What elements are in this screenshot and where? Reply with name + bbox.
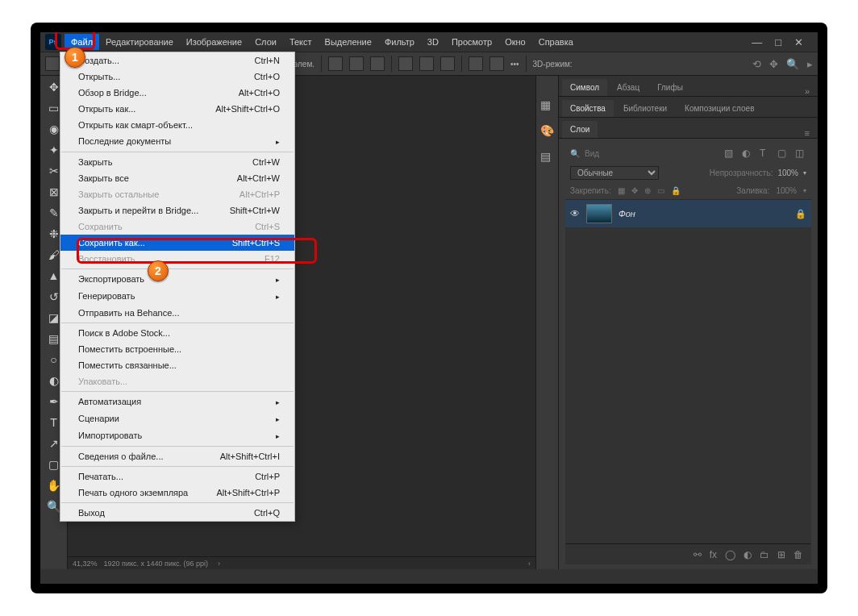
3d-orbit-icon[interactable]: ⟲ xyxy=(752,58,761,70)
tab-Абзац[interactable]: Абзац xyxy=(609,79,648,96)
minimize-icon[interactable]: — xyxy=(752,36,762,48)
search-icon[interactable]: 🔍 xyxy=(570,149,580,158)
maximize-icon[interactable]: □ xyxy=(775,36,781,48)
menu-фильтр[interactable]: Фильтр xyxy=(378,34,421,50)
menu-item-автоматизация[interactable]: Автоматизация xyxy=(60,393,294,410)
close-icon[interactable]: ✕ xyxy=(794,36,803,48)
layer-row[interactable]: 👁 Фон 🔒 xyxy=(565,200,811,227)
menu-item-открыть-как-смарт-объект---[interactable]: Открыть как смарт-объект... xyxy=(60,117,294,133)
menu-item-поместить-встроенные---[interactable]: Поместить встроенные... xyxy=(60,341,294,357)
shortcut-label: Ctrl+Q xyxy=(254,507,280,518)
tab-Свойства[interactable]: Свойства xyxy=(562,100,614,117)
adjustment-icon[interactable]: ◐ xyxy=(743,549,752,560)
visibility-icon[interactable]: 👁 xyxy=(570,208,580,219)
align-icon[interactable] xyxy=(328,56,343,71)
color-icon[interactable]: 🎨 xyxy=(540,124,555,139)
opacity-value[interactable]: 100% xyxy=(777,169,798,177)
shortcut-label: Ctrl+W xyxy=(252,156,280,168)
align-icon[interactable] xyxy=(370,56,385,71)
lock-nested-icon[interactable]: ⊕ xyxy=(644,186,651,195)
mask-icon[interactable]: ◯ xyxy=(725,549,735,560)
chevron-left-icon[interactable]: ‹ xyxy=(528,560,531,568)
menu-item-печать-одного-экземпляра[interactable]: Печать одного экземпляраAlt+Shift+Ctrl+P xyxy=(60,485,294,501)
more-icon[interactable]: ••• xyxy=(510,60,519,69)
tab-Слои[interactable]: Слои xyxy=(562,121,598,138)
menu-item-последние-документы[interactable]: Последние документы xyxy=(60,133,294,150)
filter-smart-icon[interactable]: ◫ xyxy=(795,148,806,159)
filter-type-icon[interactable]: T xyxy=(760,148,771,159)
blend-mode-select[interactable]: Обычные xyxy=(570,166,659,180)
menu-выделение[interactable]: Выделение xyxy=(319,34,378,50)
fx-icon[interactable]: fx xyxy=(710,549,717,560)
panel-menu-icon[interactable]: ≡ xyxy=(805,128,814,138)
menu-редактирование[interactable]: Редактирование xyxy=(99,34,180,50)
swatches-icon[interactable]: ▤ xyxy=(540,150,555,164)
tab-Символ[interactable]: Символ xyxy=(562,79,607,96)
menu-item-экспортировать[interactable]: Экспортировать xyxy=(60,271,294,288)
menu-item-открыть-как---[interactable]: Открыть как...Alt+Shift+Ctrl+O xyxy=(60,101,294,117)
menu-item-обзор-в-bridge---[interactable]: Обзор в Bridge...Alt+Ctrl+O xyxy=(60,85,294,101)
3d-zoom-icon[interactable]: 🔍 xyxy=(786,58,799,70)
chevron-down-icon[interactable]: ▾ xyxy=(803,169,806,177)
layer-name[interactable]: Фон xyxy=(619,209,789,219)
menu-item-поиск-в-adobe-stock---[interactable]: Поиск в Adobe Stock... xyxy=(60,325,294,341)
panel-menu-icon[interactable]: » xyxy=(805,86,814,96)
layers-footer: ⚯ fx ◯ ◐ 🗀 ⊞ 🗑 xyxy=(565,543,811,564)
menu-item-упаковать---: Упаковать... xyxy=(60,373,294,389)
menu-item-генерировать[interactable]: Генерировать xyxy=(60,288,294,305)
lock-all-icon[interactable]: 🔒 xyxy=(671,186,681,195)
lock-pixels-icon[interactable]: ▦ xyxy=(618,186,625,195)
align-icon[interactable] xyxy=(349,56,364,71)
filter-image-icon[interactable]: ▧ xyxy=(724,148,735,159)
menu-item-закрыть-все[interactable]: Закрыть всеAlt+Ctrl+W xyxy=(60,170,294,186)
align-icon[interactable] xyxy=(398,56,413,71)
menu-item-выход[interactable]: ВыходCtrl+Q xyxy=(60,505,294,521)
filter-adjust-icon[interactable]: ◐ xyxy=(742,148,753,159)
layer-filter-input[interactable] xyxy=(585,149,633,158)
tab-Глифы[interactable]: Глифы xyxy=(649,79,691,96)
link-icon[interactable]: ⚯ xyxy=(693,549,702,560)
lock-artboard-icon[interactable]: ▭ xyxy=(657,186,664,195)
menu-окно[interactable]: Окно xyxy=(498,34,532,50)
menu-слои[interactable]: Слои xyxy=(248,34,283,50)
menu-label: Генерировать xyxy=(78,290,135,302)
menu-изображение[interactable]: Изображение xyxy=(180,34,248,50)
menu-item-импортировать[interactable]: Импортировать xyxy=(60,427,294,444)
panel-toggle-icon[interactable]: ▸ xyxy=(807,58,813,70)
fill-value[interactable]: 100% xyxy=(776,186,797,195)
menu-item-закрыть-и-перейти-в-bridge---[interactable]: Закрыть и перейти в Bridge...Shift+Ctrl+… xyxy=(60,202,294,219)
menu-item-сценарии[interactable]: Сценарии xyxy=(60,410,294,427)
menu-separator xyxy=(61,391,294,392)
chevron-right-icon[interactable]: › xyxy=(218,560,220,568)
align-icon[interactable] xyxy=(440,56,455,71)
menu-label: Сохранить как... xyxy=(78,237,145,248)
menu-item-сведения-о-файле---[interactable]: Сведения о файле...Alt+Shift+Ctrl+I xyxy=(60,448,294,464)
filter-shape-icon[interactable]: ▢ xyxy=(777,148,789,159)
menu-item-открыть---[interactable]: Открыть...Ctrl+O xyxy=(60,69,294,85)
3d-pan-icon[interactable]: ✥ xyxy=(769,58,778,70)
home-icon[interactable] xyxy=(45,56,60,71)
tab-Композиции слоев[interactable]: Композиции слоев xyxy=(677,100,762,117)
lock-icon[interactable]: 🔒 xyxy=(795,209,806,219)
menu-item-сохранить-как---[interactable]: Сохранить как...Shift+Ctrl+S xyxy=(60,235,294,251)
distribute-icon[interactable] xyxy=(489,56,504,71)
lock-position-icon[interactable]: ✥ xyxy=(631,186,638,195)
menu-item-закрыть[interactable]: ЗакрытьCtrl+W xyxy=(60,154,294,170)
menu-текст[interactable]: Текст xyxy=(283,34,319,50)
new-layer-icon[interactable]: ⊞ xyxy=(777,549,785,560)
distribute-icon[interactable] xyxy=(469,56,483,71)
chevron-down-icon[interactable]: ▾ xyxy=(803,187,806,194)
menu-item-отправить-на-behance---[interactable]: Отправить на Behance... xyxy=(60,305,294,321)
menu-item-печатать---[interactable]: Печатать...Ctrl+P xyxy=(60,468,294,485)
menu-item-поместить-связанные---[interactable]: Поместить связанные... xyxy=(60,357,294,373)
adjustments-icon[interactable]: ▦ xyxy=(540,98,555,113)
menu-просмотр[interactable]: Просмотр xyxy=(445,34,498,50)
folder-icon[interactable]: 🗀 xyxy=(760,549,769,560)
layer-thumbnail[interactable] xyxy=(586,204,612,223)
menu-item-создать---[interactable]: Создать...Ctrl+N xyxy=(60,52,294,69)
menu-3d[interactable]: 3D xyxy=(421,34,445,50)
trash-icon[interactable]: 🗑 xyxy=(793,549,803,560)
align-icon[interactable] xyxy=(419,56,434,71)
tab-Библиотеки[interactable]: Библиотеки xyxy=(615,100,675,117)
menu-справка[interactable]: Справка xyxy=(532,34,580,50)
